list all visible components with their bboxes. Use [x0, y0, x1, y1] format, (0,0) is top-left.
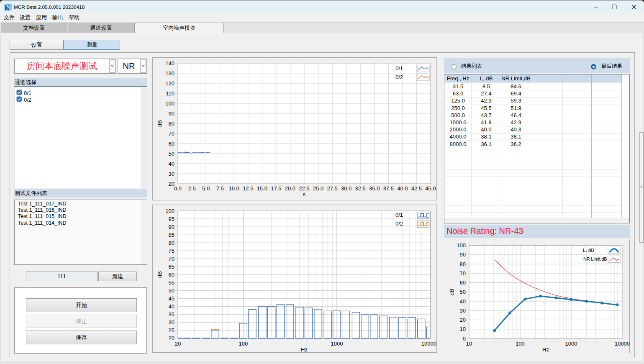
svg-text:27.5: 27.5 [327, 185, 337, 192]
svg-text:5.0: 5.0 [202, 185, 210, 192]
svg-text:L, dB: L, dB [583, 248, 594, 253]
svg-text:17.5: 17.5 [271, 185, 281, 192]
svg-text:Hz: Hz [301, 346, 308, 353]
svg-text:0: 0 [463, 336, 466, 342]
svg-text:85: 85 [169, 232, 174, 238]
svg-text:50: 50 [460, 289, 466, 295]
svg-text:12.5: 12.5 [243, 185, 253, 192]
svg-text:100: 100 [239, 341, 248, 347]
svg-text:0/2: 0/2 [395, 220, 403, 227]
svg-text:40.0: 40.0 [397, 185, 408, 192]
svg-text:10: 10 [460, 326, 466, 332]
svg-text:60: 60 [169, 141, 174, 147]
svg-text:90: 90 [460, 251, 466, 258]
svg-text:140: 140 [165, 60, 174, 67]
svg-text:20: 20 [460, 317, 466, 323]
svg-text:10000: 10000 [615, 341, 630, 347]
svg-text:22.5: 22.5 [299, 185, 309, 192]
svg-text:80: 80 [460, 261, 466, 267]
svg-text:75: 75 [169, 248, 174, 254]
svg-text:7.5: 7.5 [216, 185, 224, 192]
svg-text:80: 80 [169, 240, 174, 246]
svg-text:20.0: 20.0 [285, 185, 295, 192]
svg-text:45: 45 [169, 295, 174, 302]
svg-text:95: 95 [169, 216, 174, 222]
svg-text:40: 40 [169, 303, 174, 310]
svg-text:30: 30 [169, 171, 174, 177]
svg-text:80: 80 [169, 120, 174, 127]
svg-text:20: 20 [175, 341, 181, 347]
svg-text:70: 70 [460, 270, 466, 277]
svg-text:15.0: 15.0 [257, 185, 267, 192]
svg-text:50: 50 [169, 287, 174, 294]
svg-text:1000: 1000 [331, 341, 343, 347]
svg-text:130: 130 [165, 70, 174, 77]
svg-text:30: 30 [460, 308, 466, 314]
svg-text:10.0: 10.0 [229, 185, 239, 192]
svg-text:100: 100 [165, 208, 174, 214]
svg-text:0/1: 0/1 [395, 212, 403, 218]
svg-text:0.0: 0.0 [174, 185, 182, 192]
svg-text:Hz: Hz [542, 346, 549, 353]
svg-text:10: 10 [466, 341, 472, 347]
svg-text:37.5: 37.5 [383, 185, 394, 192]
svg-text:dB: dB [157, 271, 163, 278]
svg-text:32.5: 32.5 [355, 185, 366, 192]
svg-text:60: 60 [169, 272, 174, 278]
svg-text:100: 100 [165, 100, 174, 107]
svg-text:25.0: 25.0 [313, 185, 323, 192]
svg-text:45.0: 45.0 [425, 185, 436, 192]
svg-text:20: 20 [169, 181, 174, 187]
svg-text:65: 65 [169, 264, 174, 270]
svg-text:30: 30 [169, 319, 174, 326]
svg-text:dB: dB [157, 120, 163, 127]
svg-text:25: 25 [169, 327, 174, 333]
svg-text:35.0: 35.0 [369, 185, 380, 192]
svg-text:90: 90 [169, 224, 174, 230]
svg-text:55: 55 [169, 279, 174, 286]
svg-text:90: 90 [169, 110, 174, 117]
svg-text:20: 20 [169, 335, 174, 341]
svg-text:35: 35 [169, 311, 174, 318]
svg-text:0/2: 0/2 [395, 74, 403, 80]
svg-text:40: 40 [169, 161, 174, 167]
svg-text:dB: dB [449, 289, 455, 295]
svg-text:110: 110 [166, 90, 174, 97]
svg-text:70: 70 [169, 256, 174, 262]
svg-text:100: 100 [457, 242, 466, 249]
svg-text:50: 50 [169, 151, 174, 157]
svg-text:s: s [303, 191, 306, 197]
svg-text:NR Limit,dB: NR Limit,dB [583, 256, 607, 261]
svg-text:42.5: 42.5 [411, 185, 422, 192]
svg-text:1000: 1000 [565, 341, 577, 347]
svg-text:60: 60 [460, 279, 466, 286]
svg-text:100: 100 [516, 341, 525, 347]
svg-text:0/1: 0/1 [395, 65, 403, 72]
svg-text:70: 70 [169, 131, 174, 137]
svg-text:40: 40 [460, 298, 466, 305]
svg-text:30.0: 30.0 [341, 185, 352, 192]
svg-text:10000: 10000 [421, 341, 436, 347]
svg-text:120: 120 [165, 80, 174, 87]
svg-text:2.5: 2.5 [188, 185, 196, 192]
